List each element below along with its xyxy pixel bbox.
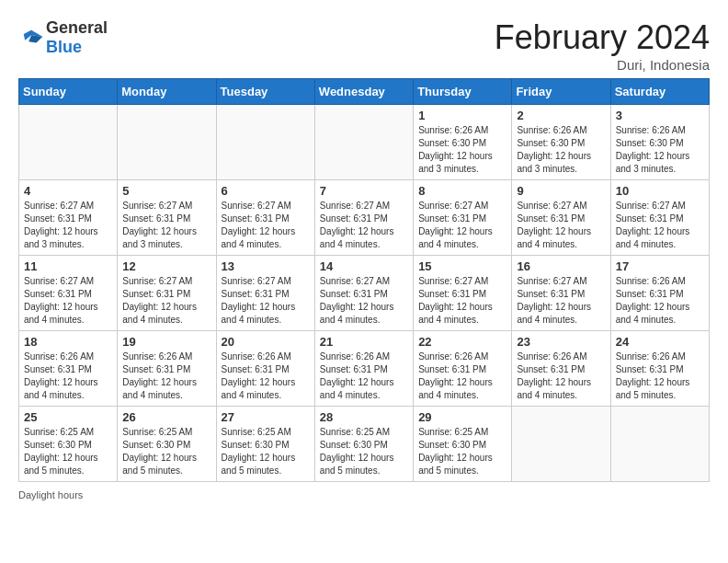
calendar-cell: 29Sunrise: 6:25 AM Sunset: 6:30 PM Dayli…	[414, 407, 512, 482]
day-number: 6	[222, 184, 310, 198]
calendar-cell: 13Sunrise: 6:27 AM Sunset: 6:31 PM Dayli…	[216, 256, 314, 331]
calendar-cell: 3Sunrise: 6:26 AM Sunset: 6:30 PM Daylig…	[610, 105, 709, 180]
calendar-cell: 2Sunrise: 6:26 AM Sunset: 6:30 PM Daylig…	[512, 105, 610, 180]
daylight-label: Daylight hours	[18, 489, 83, 500]
calendar-cell: 25Sunrise: 6:25 AM Sunset: 6:30 PM Dayli…	[19, 407, 118, 482]
day-info: Sunrise: 6:27 AM Sunset: 6:31 PM Dayligh…	[122, 275, 210, 327]
footer: Daylight hours	[18, 489, 710, 500]
day-number: 13	[222, 259, 310, 273]
day-number: 1	[418, 109, 506, 122]
calendar-week-3: 11Sunrise: 6:27 AM Sunset: 6:31 PM Dayli…	[19, 256, 710, 331]
day-number: 14	[320, 259, 408, 273]
calendar-cell: 27Sunrise: 6:25 AM Sunset: 6:30 PM Dayli…	[216, 407, 314, 482]
day-number: 18	[24, 335, 112, 349]
day-number: 5	[122, 184, 210, 198]
day-number: 21	[320, 335, 408, 349]
calendar-header-row: SundayMondayTuesdayWednesdayThursdayFrid…	[19, 79, 710, 105]
calendar-cell: 1Sunrise: 6:26 AM Sunset: 6:30 PM Daylig…	[414, 105, 512, 180]
day-info: Sunrise: 6:27 AM Sunset: 6:31 PM Dayligh…	[517, 275, 605, 327]
day-info: Sunrise: 6:27 AM Sunset: 6:31 PM Dayligh…	[418, 275, 506, 327]
calendar-week-1: 1Sunrise: 6:26 AM Sunset: 6:30 PM Daylig…	[19, 105, 710, 180]
calendar-cell	[512, 407, 610, 482]
col-header-friday: Friday	[512, 79, 610, 105]
day-info: Sunrise: 6:25 AM Sunset: 6:30 PM Dayligh…	[122, 426, 210, 477]
calendar-cell: 4Sunrise: 6:27 AM Sunset: 6:31 PM Daylig…	[19, 180, 118, 256]
col-header-tuesday: Tuesday	[216, 79, 314, 105]
day-info: Sunrise: 6:27 AM Sunset: 6:31 PM Dayligh…	[122, 200, 210, 251]
logo-blue: Blue	[46, 38, 82, 56]
calendar-cell: 18Sunrise: 6:26 AM Sunset: 6:31 PM Dayli…	[19, 331, 118, 407]
day-info: Sunrise: 6:25 AM Sunset: 6:30 PM Dayligh…	[222, 426, 310, 477]
calendar-cell: 5Sunrise: 6:27 AM Sunset: 6:31 PM Daylig…	[118, 180, 216, 256]
day-info: Sunrise: 6:27 AM Sunset: 6:31 PM Dayligh…	[517, 200, 605, 251]
calendar-cell: 22Sunrise: 6:26 AM Sunset: 6:31 PM Dayli…	[414, 331, 512, 407]
col-header-wednesday: Wednesday	[314, 79, 413, 105]
calendar-cell	[118, 105, 216, 180]
calendar-cell: 11Sunrise: 6:27 AM Sunset: 6:31 PM Dayli…	[19, 256, 118, 331]
day-number: 24	[616, 335, 704, 349]
day-info: Sunrise: 6:26 AM Sunset: 6:31 PM Dayligh…	[616, 275, 704, 327]
day-number: 8	[418, 184, 506, 198]
calendar-week-5: 25Sunrise: 6:25 AM Sunset: 6:30 PM Dayli…	[19, 407, 710, 482]
calendar-cell: 21Sunrise: 6:26 AM Sunset: 6:31 PM Dayli…	[314, 331, 413, 407]
day-info: Sunrise: 6:26 AM Sunset: 6:31 PM Dayligh…	[320, 350, 408, 402]
calendar-cell: 6Sunrise: 6:27 AM Sunset: 6:31 PM Daylig…	[216, 180, 314, 256]
svg-marker-1	[28, 35, 42, 42]
calendar-cell: 19Sunrise: 6:26 AM Sunset: 6:31 PM Dayli…	[118, 331, 216, 407]
day-info: Sunrise: 6:27 AM Sunset: 6:31 PM Dayligh…	[24, 275, 112, 327]
logo: General Blue	[18, 18, 108, 57]
day-info: Sunrise: 6:26 AM Sunset: 6:31 PM Dayligh…	[616, 350, 704, 402]
calendar-cell	[216, 105, 314, 180]
day-info: Sunrise: 6:27 AM Sunset: 6:31 PM Dayligh…	[222, 275, 310, 327]
calendar-cell: 14Sunrise: 6:27 AM Sunset: 6:31 PM Dayli…	[314, 256, 413, 331]
day-number: 11	[24, 259, 112, 273]
calendar-cell: 8Sunrise: 6:27 AM Sunset: 6:31 PM Daylig…	[414, 180, 512, 256]
day-number: 20	[222, 335, 310, 349]
calendar-cell: 28Sunrise: 6:25 AM Sunset: 6:30 PM Dayli…	[314, 407, 413, 482]
day-number: 16	[517, 259, 605, 273]
day-number: 7	[320, 184, 408, 198]
day-number: 23	[517, 335, 605, 349]
calendar-cell: 16Sunrise: 6:27 AM Sunset: 6:31 PM Dayli…	[512, 256, 610, 331]
day-number: 12	[122, 259, 210, 273]
day-number: 22	[418, 335, 506, 349]
day-number: 4	[24, 184, 112, 198]
calendar-cell: 7Sunrise: 6:27 AM Sunset: 6:31 PM Daylig…	[314, 180, 413, 256]
day-info: Sunrise: 6:26 AM Sunset: 6:31 PM Dayligh…	[222, 350, 310, 402]
col-header-saturday: Saturday	[610, 79, 709, 105]
day-number: 25	[24, 410, 112, 424]
day-number: 15	[418, 259, 506, 273]
day-info: Sunrise: 6:27 AM Sunset: 6:31 PM Dayligh…	[320, 200, 408, 251]
day-info: Sunrise: 6:26 AM Sunset: 6:30 PM Dayligh…	[616, 124, 704, 176]
col-header-monday: Monday	[118, 79, 216, 105]
calendar-week-2: 4Sunrise: 6:27 AM Sunset: 6:31 PM Daylig…	[19, 180, 710, 256]
day-number: 10	[616, 184, 704, 198]
calendar-cell: 12Sunrise: 6:27 AM Sunset: 6:31 PM Dayli…	[118, 256, 216, 331]
day-info: Sunrise: 6:26 AM Sunset: 6:31 PM Dayligh…	[517, 350, 605, 402]
day-number: 2	[517, 109, 605, 122]
day-info: Sunrise: 6:27 AM Sunset: 6:31 PM Dayligh…	[320, 275, 408, 327]
calendar-cell: 17Sunrise: 6:26 AM Sunset: 6:31 PM Dayli…	[610, 256, 709, 331]
calendar-cell: 15Sunrise: 6:27 AM Sunset: 6:31 PM Dayli…	[414, 256, 512, 331]
header: General Blue February 2024 Duri, Indones…	[18, 18, 710, 73]
page-container: General Blue February 2024 Duri, Indones…	[0, 0, 728, 510]
day-number: 28	[320, 410, 408, 424]
day-info: Sunrise: 6:25 AM Sunset: 6:30 PM Dayligh…	[320, 426, 408, 477]
calendar-cell: 20Sunrise: 6:26 AM Sunset: 6:31 PM Dayli…	[216, 331, 314, 407]
calendar-cell	[610, 407, 709, 482]
day-number: 29	[418, 410, 506, 424]
col-header-sunday: Sunday	[19, 79, 118, 105]
day-number: 17	[616, 259, 704, 273]
col-header-thursday: Thursday	[414, 79, 512, 105]
logo-general: General	[46, 18, 108, 37]
day-number: 3	[616, 109, 704, 122]
day-info: Sunrise: 6:25 AM Sunset: 6:30 PM Dayligh…	[24, 426, 112, 477]
day-info: Sunrise: 6:25 AM Sunset: 6:30 PM Dayligh…	[418, 426, 506, 477]
calendar-cell: 10Sunrise: 6:27 AM Sunset: 6:31 PM Dayli…	[610, 180, 709, 256]
calendar-cell	[19, 105, 118, 180]
calendar-cell: 23Sunrise: 6:26 AM Sunset: 6:31 PM Dayli…	[512, 331, 610, 407]
calendar-cell: 24Sunrise: 6:26 AM Sunset: 6:31 PM Dayli…	[610, 331, 709, 407]
calendar-cell: 9Sunrise: 6:27 AM Sunset: 6:31 PM Daylig…	[512, 180, 610, 256]
day-number: 19	[122, 335, 210, 349]
logo-text: General Blue	[46, 18, 108, 57]
